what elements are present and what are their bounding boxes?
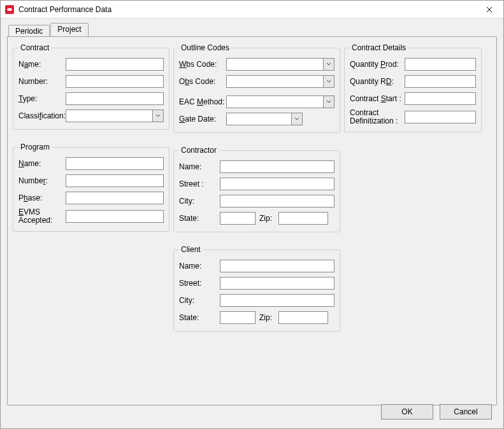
- contractor-street-label: Street :: [179, 180, 220, 188]
- group-contract: Contract Name: Number: Type:: [13, 43, 169, 130]
- contract-definitization-input[interactable]: [405, 111, 476, 123]
- contractor-street-input[interactable]: [220, 178, 335, 190]
- gate-date-label: Gate Date:: [179, 115, 226, 123]
- tab-periodic[interactable]: Periodic: [8, 25, 50, 37]
- app-icon: [4, 4, 15, 15]
- group-contractor-legend: Contractor: [179, 146, 219, 155]
- group-outline-codes: Outline Codes Wbs Code: Obs Code:: [173, 43, 340, 133]
- chevron-down-icon: [326, 80, 331, 83]
- contract-definitization-label: Contract Definitization :: [350, 109, 405, 125]
- program-evms-input[interactable]: [66, 210, 164, 223]
- client-state-label: State:: [179, 314, 220, 322]
- group-program: Program Name: Number: Phase:: [13, 143, 169, 232]
- contractor-zip-label: Zip:: [259, 215, 275, 223]
- contractor-city-input[interactable]: [220, 195, 335, 207]
- cancel-button[interactable]: Cancel: [440, 404, 492, 419]
- client-zip-label: Zip:: [259, 314, 275, 322]
- wbs-code-input[interactable]: [226, 58, 323, 71]
- ok-button[interactable]: OK: [381, 404, 433, 419]
- contract-number-input[interactable]: [66, 75, 164, 88]
- close-button[interactable]: [475, 1, 503, 18]
- program-number-input[interactable]: [66, 174, 164, 187]
- program-phase-label: Phase:: [18, 194, 66, 202]
- contract-start-label: Contract Start :: [350, 95, 405, 103]
- quantity-rd-label: Quantity RD:: [350, 78, 405, 86]
- group-client-legend: Client: [179, 245, 203, 254]
- group-program-legend: Program: [18, 143, 52, 151]
- chevron-down-icon: [155, 114, 161, 118]
- group-client: Client Name: Street: City:: [173, 245, 340, 332]
- wbs-code-dropdown-button[interactable]: [323, 58, 335, 71]
- chevron-down-icon: [326, 100, 331, 104]
- obs-code-input[interactable]: [226, 75, 323, 88]
- contract-name-label: Name:: [18, 60, 66, 69]
- program-name-label: Name:: [18, 160, 66, 168]
- button-bar: OK Cancel: [381, 404, 492, 419]
- group-outline-legend: Outline Codes: [179, 43, 231, 52]
- titlebar: Contract Performance Data: [1, 1, 503, 18]
- quantity-rd-input[interactable]: [405, 75, 476, 88]
- contract-classification-dropdown-button[interactable]: [152, 109, 164, 122]
- contractor-name-label: Name:: [179, 163, 220, 171]
- contract-classification-label: Classification:: [18, 112, 66, 120]
- wbs-code-label: Wbs Code:: [179, 60, 226, 69]
- contractor-name-input[interactable]: [220, 160, 335, 173]
- dialog-window: Contract Performance Data Periodic Proje…: [0, 0, 504, 429]
- program-evms-label: EVMS Accepted:: [18, 208, 66, 225]
- eac-method-dropdown-button[interactable]: [323, 95, 335, 108]
- window-title: Contract Performance Data: [18, 5, 475, 14]
- contract-classification-input[interactable]: [66, 109, 152, 122]
- dialog-body: Periodic Project Contract Name: Number:: [1, 18, 503, 428]
- chevron-down-icon: [326, 62, 331, 66]
- gate-date-input[interactable]: [226, 113, 291, 125]
- program-name-input[interactable]: [66, 157, 164, 170]
- client-name-input[interactable]: [220, 260, 335, 272]
- group-details-legend: Contract Details: [350, 43, 408, 52]
- contract-type-input[interactable]: [66, 92, 164, 105]
- program-number-label: Number:: [18, 177, 66, 185]
- contract-start-input[interactable]: [405, 92, 476, 105]
- obs-code-dropdown-button[interactable]: [323, 75, 335, 88]
- tab-project[interactable]: Project: [50, 23, 88, 36]
- group-contractor: Contractor Name: Street : City:: [173, 146, 340, 232]
- contractor-city-label: City:: [179, 197, 220, 206]
- quantity-prod-input[interactable]: [405, 58, 476, 71]
- client-zip-input[interactable]: [278, 311, 328, 324]
- tab-strip: Periodic Project: [8, 22, 497, 36]
- quantity-prod-label: Quantity Prod:: [350, 60, 405, 69]
- group-contract-legend: Contract: [18, 43, 51, 52]
- obs-code-label: Obs Code:: [179, 78, 226, 86]
- close-icon: [486, 6, 493, 13]
- contract-name-input[interactable]: [66, 58, 164, 71]
- client-street-label: Street:: [179, 279, 220, 288]
- client-state-input[interactable]: [220, 311, 256, 324]
- eac-method-input[interactable]: [226, 95, 323, 108]
- program-phase-input[interactable]: [66, 192, 164, 204]
- tab-panel-project: Contract Name: Number: Type:: [7, 36, 497, 405]
- client-name-label: Name:: [179, 262, 220, 271]
- contract-number-label: Number:: [18, 78, 66, 86]
- group-contract-details: Contract Details Quantity Prod: Quantity…: [344, 43, 482, 132]
- eac-method-label: EAC Method:: [179, 98, 226, 106]
- contractor-state-input[interactable]: [220, 212, 256, 225]
- client-city-input[interactable]: [220, 294, 335, 307]
- contractor-zip-input[interactable]: [278, 212, 328, 225]
- client-city-label: City:: [179, 297, 220, 305]
- chevron-down-icon: [294, 117, 299, 121]
- client-street-input[interactable]: [220, 277, 335, 290]
- gate-date-dropdown-button[interactable]: [291, 113, 303, 125]
- contractor-state-label: State:: [179, 215, 220, 223]
- contract-type-label: Type:: [18, 95, 66, 103]
